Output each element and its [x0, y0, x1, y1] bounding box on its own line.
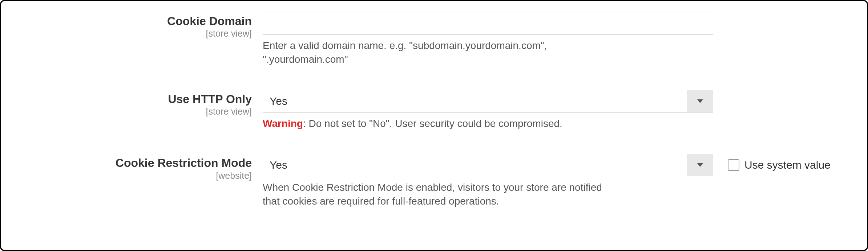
field-scope: [store view]: [12, 28, 252, 39]
field-scope: [website]: [12, 170, 252, 181]
control-col: Yes Warning: Do not set to "No". User se…: [263, 90, 713, 131]
select-value: Yes: [263, 95, 687, 107]
field-cookie-restriction-mode: Cookie Restriction Mode [website] Yes Wh…: [12, 154, 856, 208]
label-col: Cookie Restriction Mode [website]: [12, 154, 263, 181]
svg-marker-0: [697, 99, 703, 103]
chevron-down-icon: [687, 90, 713, 112]
field-use-http-only: Use HTTP Only [store view] Yes Warning: …: [12, 90, 856, 131]
cookie-restriction-mode-select[interactable]: Yes: [263, 154, 713, 176]
use-system-col: Use system value: [713, 154, 831, 171]
warning-text: Warning: Do not set to "No". User securi…: [263, 117, 608, 131]
use-system-value-checkbox[interactable]: [728, 159, 739, 171]
chevron-down-icon: [687, 154, 713, 176]
label-col: Cookie Domain [store view]: [12, 12, 263, 39]
field-label: Cookie Restriction Mode: [12, 156, 252, 170]
warning-body: : Do not set to "No". User security coul…: [303, 118, 562, 129]
field-scope: [store view]: [12, 106, 252, 117]
select-value: Yes: [263, 159, 687, 171]
help-text: Enter a valid domain name. e.g. "subdoma…: [263, 39, 608, 66]
field-label: Cookie Domain: [12, 14, 252, 28]
use-http-only-select[interactable]: Yes: [263, 90, 713, 112]
label-col: Use HTTP Only [store view]: [12, 90, 263, 117]
warning-label: Warning: [263, 118, 303, 129]
config-panel: Cookie Domain [store view] Enter a valid…: [0, 0, 868, 251]
field-label: Use HTTP Only: [12, 92, 252, 106]
cookie-domain-input[interactable]: [263, 12, 713, 34]
field-cookie-domain: Cookie Domain [store view] Enter a valid…: [12, 12, 856, 66]
control-col: Enter a valid domain name. e.g. "subdoma…: [263, 12, 713, 66]
use-system-value-label: Use system value: [744, 159, 831, 171]
control-col: Yes When Cookie Restriction Mode is enab…: [263, 154, 713, 208]
svg-marker-1: [697, 163, 703, 167]
help-text: When Cookie Restriction Mode is enabled,…: [263, 181, 608, 208]
